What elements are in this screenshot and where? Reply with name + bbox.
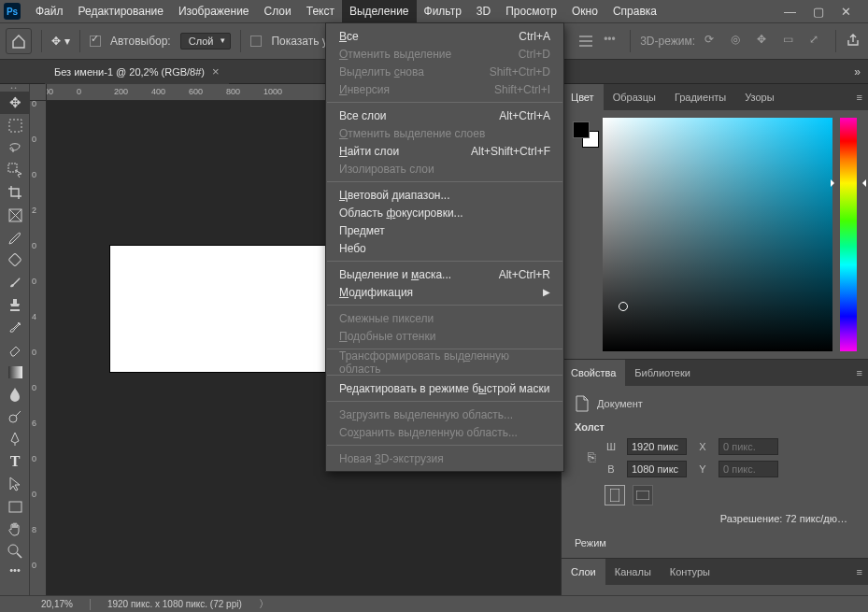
maximize-button[interactable]: ▢ <box>813 5 824 19</box>
home-button[interactable] <box>6 28 32 54</box>
healing-tool[interactable] <box>0 249 30 271</box>
tab-patterns[interactable]: Узоры <box>735 84 783 110</box>
path-select-tool[interactable] <box>0 473 30 495</box>
orientation-portrait[interactable] <box>605 485 625 505</box>
status-zoom[interactable]: 20,17% <box>41 599 73 609</box>
status-chevron-icon[interactable]: 〉 <box>259 597 269 611</box>
autoselect-checkbox[interactable] <box>90 36 101 47</box>
menu-справка[interactable]: Справка <box>605 0 664 22</box>
stamp-tool[interactable] <box>0 293 30 316</box>
svg-point-7 <box>8 545 18 554</box>
autoselect-target-select[interactable]: Слой <box>180 33 232 50</box>
minimize-button[interactable]: — <box>784 5 796 19</box>
eraser-tool[interactable] <box>0 338 30 361</box>
tab-layers[interactable]: Слои <box>562 559 605 585</box>
move-tool-icon[interactable]: ✥ ▾ <box>51 32 70 50</box>
tab-paths[interactable]: Контуры <box>661 559 719 585</box>
hue-slider[interactable] <box>840 118 857 351</box>
y-field[interactable] <box>719 461 778 477</box>
menu-3d[interactable]: 3D <box>469 0 498 22</box>
blur-tool[interactable] <box>0 383 30 406</box>
menu-item[interactable]: Найти слоиAlt+Shift+Ctrl+F <box>326 142 563 160</box>
menu-item[interactable]: Все слоиAlt+Ctrl+A <box>326 107 563 124</box>
lasso-tool[interactable] <box>0 136 30 159</box>
layers-panel-menu-icon[interactable]: ≡ <box>851 566 868 577</box>
menu-окно[interactable]: Окно <box>564 0 605 22</box>
menu-фильтр[interactable]: Фильтр <box>417 0 469 22</box>
distribute-icon[interactable]: ••• <box>604 33 620 50</box>
tab-color[interactable]: Цвет <box>562 84 604 110</box>
menu-item: Подобные оттенки <box>326 327 563 345</box>
menu-текст[interactable]: Текст <box>299 0 342 22</box>
align-icon[interactable] <box>577 33 594 50</box>
y-label: Y <box>696 463 709 475</box>
type-tool[interactable]: T <box>0 450 30 473</box>
panel-chevrons-icon[interactable]: » <box>847 65 868 78</box>
shape-tool[interactable] <box>0 495 30 518</box>
app-logo: Ps <box>4 3 21 20</box>
height-field[interactable] <box>627 461 687 477</box>
menu-item[interactable]: Область фокусировки... <box>326 204 563 221</box>
color-panel-menu-icon[interactable]: ≡ <box>851 92 868 103</box>
svg-point-5 <box>9 415 17 422</box>
orientation-landscape[interactable] <box>633 485 653 505</box>
move-tool[interactable]: ✥ <box>0 92 30 114</box>
menu-item[interactable]: Небо <box>326 239 563 257</box>
toolbox: •• ✥ T ••• <box>0 84 30 595</box>
tab-swatches[interactable]: Образцы <box>604 84 665 110</box>
zoom3d-icon[interactable]: ⤢ <box>809 33 826 50</box>
zoom-tool[interactable] <box>0 540 30 562</box>
slide-icon[interactable]: ▭ <box>783 33 800 50</box>
menu-файл[interactable]: Файл <box>28 0 71 22</box>
fg-bg-swatch[interactable] <box>573 121 599 148</box>
menu-просмотр[interactable]: Просмотр <box>498 0 564 22</box>
menu-item[interactable]: Выделение и маска...Alt+Ctrl+R <box>326 265 563 283</box>
document-tab-close-icon[interactable]: × <box>212 64 220 78</box>
gradient-tool[interactable] <box>0 361 30 383</box>
menu-item[interactable]: Редактировать в режиме быстрой маски <box>326 379 563 397</box>
menu-выделение[interactable]: Выделение <box>342 0 417 22</box>
width-field[interactable] <box>627 438 687 455</box>
show-controls-checkbox[interactable] <box>250 36 262 47</box>
menu-item[interactable]: ВсеCtrl+A <box>326 27 563 45</box>
ruler-vertical[interactable]: 000200400600800 <box>30 101 47 595</box>
roll-icon[interactable]: ◎ <box>731 33 747 50</box>
document-canvas[interactable] <box>110 246 344 372</box>
tab-properties[interactable]: Свойства <box>562 360 625 386</box>
pen-tool[interactable] <box>0 428 30 450</box>
color-field[interactable] <box>603 118 832 351</box>
toolbox-more[interactable]: ••• <box>0 562 30 577</box>
menu-item[interactable]: Предмет <box>326 221 563 239</box>
dodge-tool[interactable] <box>0 406 30 428</box>
status-bar: 20,17% 1920 пикс. x 1080 пикс. (72 ppi) … <box>0 595 868 612</box>
link-icon[interactable]: ⎘ <box>588 449 595 464</box>
brush-tool[interactable] <box>0 271 30 293</box>
share-icon[interactable] <box>846 33 862 50</box>
x-field[interactable] <box>719 438 778 455</box>
orbit-icon[interactable]: ⟳ <box>704 33 721 50</box>
color-panel-body <box>562 110 868 359</box>
history-brush-tool[interactable] <box>0 316 30 338</box>
menu-слои[interactable]: Слои <box>257 0 299 22</box>
tab-gradients[interactable]: Градиенты <box>665 84 735 110</box>
tab-channels[interactable]: Каналы <box>605 559 661 585</box>
menu-selection-dropdown: ВсеCtrl+AОтменить выделениеCtrl+DВыделит… <box>325 22 564 472</box>
menu-редактирование[interactable]: Редактирование <box>71 0 171 22</box>
hand-tool[interactable] <box>0 518 30 540</box>
eyedropper-tool[interactable] <box>0 226 30 249</box>
selection-tool[interactable] <box>0 159 30 181</box>
toolbox-grip[interactable]: •• <box>0 84 29 92</box>
marquee-tool[interactable] <box>0 114 30 136</box>
close-button[interactable]: ✕ <box>841 5 851 19</box>
status-dimensions[interactable]: 1920 пикс. x 1080 пикс. (72 ppi) <box>107 599 242 609</box>
ruler-origin[interactable] <box>30 84 47 101</box>
tab-libraries[interactable]: Библиотеки <box>625 360 700 386</box>
document-tab[interactable]: Без имени-1 @ 20,2% (RGB/8#) × <box>45 60 229 84</box>
menu-item[interactable]: Модификация▶ <box>326 283 563 301</box>
frame-tool[interactable] <box>0 204 30 226</box>
crop-tool[interactable] <box>0 181 30 204</box>
menu-изображение[interactable]: Изображение <box>171 0 257 22</box>
menu-item[interactable]: Цветовой диапазон... <box>326 186 563 204</box>
pan-icon[interactable]: ✥ <box>757 33 774 50</box>
properties-panel-menu-icon[interactable]: ≡ <box>851 367 868 378</box>
